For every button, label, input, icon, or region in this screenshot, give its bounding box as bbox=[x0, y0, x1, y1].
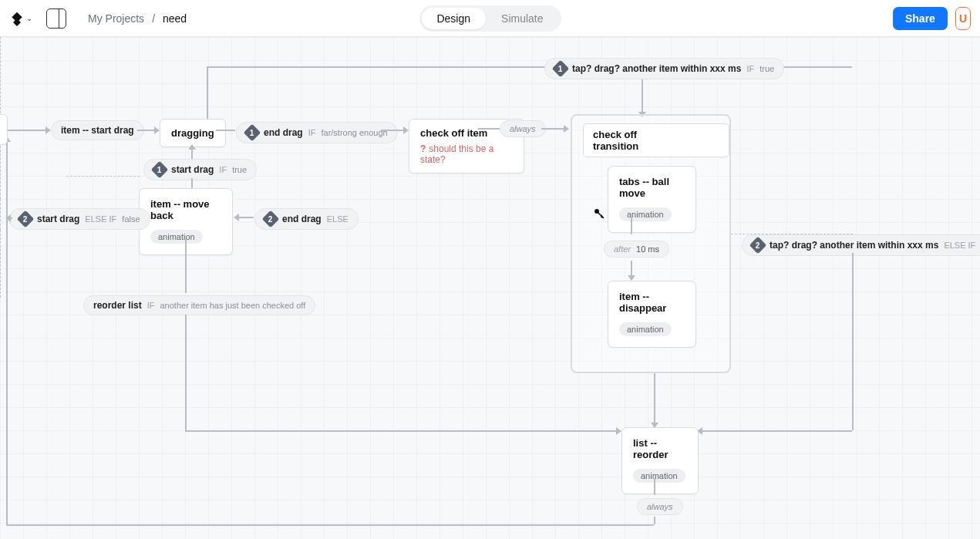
app-logo-icon[interactable] bbox=[9, 11, 25, 26]
guard-keyword: ELSE bbox=[327, 214, 349, 224]
sidebar-toggle-icon bbox=[53, 9, 59, 28]
edge-dashed bbox=[66, 176, 140, 177]
guard-keyword: after bbox=[614, 244, 631, 254]
edge-dashed bbox=[0, 230, 1, 298]
transition-tap-drag-true[interactable]: 1 tap? drag? another item within xxx ms … bbox=[544, 58, 784, 79]
action-tag[interactable]: animation bbox=[619, 207, 672, 221]
transition-always-1[interactable]: always bbox=[500, 120, 546, 137]
edge bbox=[6, 137, 8, 524]
question-icon: ? bbox=[420, 143, 426, 154]
edge bbox=[381, 130, 408, 131]
edge bbox=[137, 130, 159, 131]
guard-condition: false bbox=[122, 214, 140, 224]
state-label: item -- disappear bbox=[619, 291, 685, 314]
delay-value: 10 ms bbox=[636, 244, 659, 254]
action-tag[interactable]: animation bbox=[150, 230, 203, 244]
logo-menu-chevron-icon[interactable]: ⌄ bbox=[26, 14, 32, 22]
state-list-reorder[interactable]: list -- reorder animation bbox=[621, 427, 699, 494]
edge bbox=[698, 430, 852, 432]
state-label: item -- move back bbox=[150, 198, 221, 221]
guard-condition: true bbox=[759, 64, 774, 73]
edge bbox=[6, 524, 654, 526]
breadcrumb: My Projects / need bbox=[88, 12, 187, 25]
edge bbox=[852, 253, 854, 430]
state-note: ?should this be a state? bbox=[420, 143, 513, 165]
event-label: reorder list bbox=[93, 300, 142, 311]
guard-keyword: ELSE IF bbox=[944, 241, 975, 250]
guard-condition: far/strong enough bbox=[321, 128, 387, 137]
edge bbox=[185, 239, 187, 293]
guard-keyword: IF bbox=[219, 165, 227, 174]
guard-condition: true bbox=[232, 165, 247, 174]
transition-item-start-drag[interactable]: item -- start drag bbox=[51, 120, 144, 140]
app-header: ⌄ My Projects / need Design Simulate Sha… bbox=[0, 0, 980, 37]
guard-keyword: IF bbox=[746, 64, 754, 73]
edge bbox=[642, 73, 643, 116]
transition-start-drag-false[interactable]: 2 start drag ELSE IF false bbox=[9, 208, 150, 230]
guard-condition: another item has just been checked off bbox=[160, 301, 305, 310]
guard-keyword: IF bbox=[308, 128, 316, 137]
transition-end-drag-else[interactable]: 2 end drag ELSE bbox=[254, 208, 359, 230]
tab-design[interactable]: Design bbox=[421, 8, 486, 29]
transition-reorder-list[interactable]: reorder list IF another item has just be… bbox=[83, 295, 315, 315]
transition-tap-drag-false[interactable]: 2 tap? drag? another item within xxx ms … bbox=[742, 234, 980, 256]
tab-simulate[interactable]: Simulate bbox=[486, 8, 558, 29]
edge-dashed bbox=[0, 199, 1, 230]
initial-state-icon bbox=[594, 208, 606, 221]
event-label: end drag bbox=[282, 214, 322, 224]
event-label: start drag bbox=[171, 164, 214, 175]
priority-badge-icon: 1 bbox=[151, 161, 169, 179]
event-label: end drag bbox=[264, 127, 303, 138]
edge bbox=[207, 66, 208, 124]
event-label: always bbox=[647, 502, 673, 511]
breadcrumb-current[interactable]: need bbox=[163, 12, 187, 25]
state-label: tabs -- ball move bbox=[619, 176, 685, 199]
state-label: dragging bbox=[171, 127, 214, 139]
event-label: tap? drag? another item within xxx ms bbox=[572, 63, 741, 74]
guard-keyword: IF bbox=[147, 301, 155, 310]
guard-keyword: ELSE IF bbox=[85, 214, 116, 224]
transition-always-2[interactable]: always bbox=[637, 498, 683, 515]
edge bbox=[631, 261, 632, 280]
transition-end-drag-far[interactable]: 1 end drag IF far/strong enough bbox=[236, 122, 398, 143]
event-label: always bbox=[510, 124, 536, 133]
share-button[interactable]: Share bbox=[893, 7, 948, 30]
breadcrumb-root[interactable]: My Projects bbox=[88, 12, 144, 25]
edge bbox=[541, 128, 568, 130]
priority-badge-icon: 1 bbox=[552, 60, 570, 78]
event-label: start drag bbox=[37, 214, 79, 224]
edge bbox=[478, 128, 500, 130]
state-tabs-ball-move[interactable]: tabs -- ball move animation bbox=[608, 166, 696, 233]
edge bbox=[654, 517, 655, 524]
edge bbox=[191, 145, 193, 160]
state-label: check off transition bbox=[583, 123, 729, 157]
mode-switch: Design Simulate bbox=[419, 5, 561, 32]
edge bbox=[216, 130, 235, 131]
edge bbox=[654, 478, 655, 495]
state-item-disappear[interactable]: item -- disappear animation bbox=[608, 281, 696, 348]
transition-start-drag-true[interactable]: 1 start drag IF true bbox=[143, 159, 257, 180]
state-dragging[interactable]: dragging bbox=[160, 119, 226, 147]
action-tag[interactable]: animation bbox=[619, 322, 672, 336]
priority-badge-icon: 2 bbox=[17, 211, 35, 228]
header-right-button[interactable]: U bbox=[955, 7, 971, 30]
priority-badge-icon: 1 bbox=[244, 124, 261, 142]
event-label: item -- start drag bbox=[61, 125, 134, 136]
edge bbox=[631, 216, 632, 234]
edge bbox=[654, 373, 655, 427]
state-label: list -- reorder bbox=[633, 437, 687, 460]
diagram-canvas[interactable]: item -- start drag dragging 1 end drag I… bbox=[0, 37, 980, 539]
edge bbox=[185, 430, 621, 432]
edge bbox=[8, 130, 50, 131]
edge bbox=[234, 217, 254, 218]
priority-badge-icon: 2 bbox=[262, 211, 280, 228]
priority-badge-icon: 2 bbox=[749, 237, 767, 254]
event-label: tap? drag? another item within xxx ms bbox=[770, 240, 938, 251]
action-tag[interactable]: animation bbox=[633, 469, 685, 483]
transition-after-10ms[interactable]: after 10 ms bbox=[604, 241, 669, 258]
state-offscreen[interactable] bbox=[0, 114, 8, 145]
sidebar-toggle-button[interactable] bbox=[46, 8, 66, 29]
breadcrumb-separator: / bbox=[152, 12, 155, 25]
edge bbox=[185, 315, 187, 430]
